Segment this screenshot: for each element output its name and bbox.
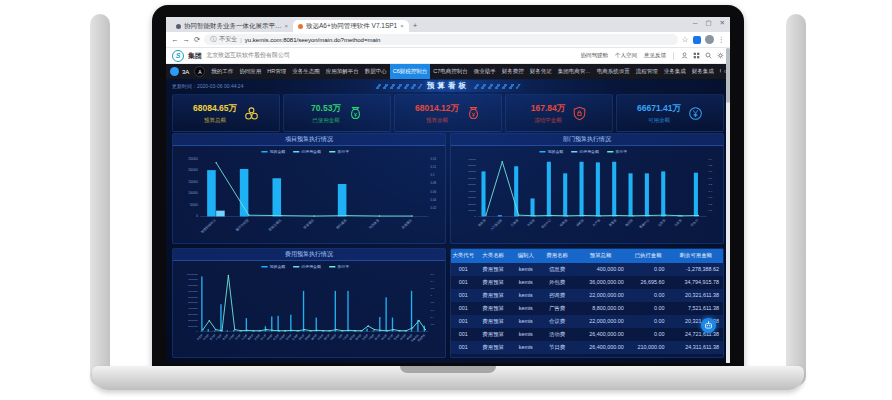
new-tab-button[interactable]: + bbox=[413, 21, 418, 30]
panel-project-budget: 项目预算执行情况 预算金额已使用金额执行率0500001000001500002… bbox=[172, 133, 446, 244]
table-row[interactable]: 001费用预算kemis礼品费66,000,000.000.0064,321,6… bbox=[451, 354, 723, 359]
refresh-icon[interactable]: ⟳ bbox=[194, 35, 200, 44]
table-row[interactable]: 001费用预算kemis咨询费22,000,000.000.0020,321,6… bbox=[451, 289, 723, 302]
scrollbar[interactable] bbox=[726, 47, 730, 363]
table-cell: 64,321,611.38 bbox=[669, 354, 723, 359]
nav-item[interactable]: HR管理 bbox=[264, 64, 289, 79]
browser-tab[interactable]: 致远A6+协同管理软件 V7.1SP1× bbox=[293, 20, 409, 32]
expense-budget-chart: 预算金额已使用金额执行率0100000020000003000000400000… bbox=[173, 261, 445, 358]
table-cell: 0.00 bbox=[628, 263, 669, 276]
nav-item[interactable]: 数据中心 bbox=[362, 64, 390, 79]
app-logo-icon[interactable]: A bbox=[194, 66, 205, 77]
table-cell: 信息费 bbox=[541, 263, 574, 276]
kpi-value: 68014.12万 bbox=[415, 103, 459, 115]
browser-tab[interactable]: 协同智能财务业务一体化展示平…× bbox=[171, 20, 293, 32]
svg-text:0.7: 0.7 bbox=[709, 169, 713, 173]
panel-title: 项目预算执行情况 bbox=[173, 134, 445, 146]
back-icon[interactable]: ← bbox=[171, 35, 179, 44]
svg-text:法务部: 法务部 bbox=[673, 218, 682, 227]
nav-item[interactable]: 电商设置 bbox=[717, 64, 721, 79]
tab-close-icon[interactable]: × bbox=[285, 23, 289, 29]
extension-icon[interactable] bbox=[693, 36, 701, 44]
assistant-button[interactable] bbox=[701, 318, 716, 333]
nav-item[interactable]: 集团电商管… bbox=[555, 64, 594, 79]
panel-expense-budget: 费用预算执行情况 预算金额已使用金额执行率0100000020000003000… bbox=[172, 248, 446, 359]
tab-close-icon[interactable]: × bbox=[400, 23, 404, 29]
svg-text:2000000: 2000000 bbox=[188, 318, 198, 321]
scrollbar-thumb[interactable] bbox=[726, 48, 730, 103]
nav-item[interactable]: 流程管理 bbox=[633, 64, 661, 79]
svg-text:7000000: 7000000 bbox=[188, 289, 198, 292]
svg-text:20000: 20000 bbox=[468, 202, 476, 206]
svg-text:0.14: 0.14 bbox=[431, 157, 437, 161]
table-row[interactable]: 001费用预算kemis广告费8,800,000.000.007,521,611… bbox=[451, 302, 723, 315]
table-cell: 费用预算 bbox=[475, 302, 510, 315]
nav-item[interactable]: 业务生态圈 bbox=[289, 64, 323, 79]
svg-text:执行率: 执行率 bbox=[337, 264, 349, 269]
kpi-text: 70.53万已使用金额 bbox=[311, 103, 341, 124]
nav-item[interactable]: 业务集成 bbox=[661, 64, 689, 79]
nav-item[interactable]: C6财税控制台 bbox=[390, 64, 431, 79]
table-cell: 费用预算 bbox=[475, 263, 510, 276]
header-link[interactable]: 意见反馈 bbox=[644, 52, 666, 59]
table-header-cell: 剩余可用金额 bbox=[669, 249, 723, 263]
svg-text:0: 0 bbox=[196, 215, 198, 219]
nav-item[interactable]: 电商系统设置 bbox=[594, 64, 633, 79]
svg-text:1000000: 1000000 bbox=[188, 324, 198, 327]
url-field[interactable]: ⓘ 不安全 | yu.kemis.com:8081/seeyon/main.do… bbox=[204, 34, 677, 45]
nav-item[interactable]: C7电商控制台 bbox=[430, 64, 471, 79]
kpi-text: 167.84万冻结中金额 bbox=[531, 103, 566, 124]
table-cell: 费用预算 bbox=[475, 328, 510, 341]
svg-text:执行率: 执行率 bbox=[337, 149, 349, 154]
table-row[interactable]: 001费用预算kemis节日费26,400,000.00210,000.0024… bbox=[451, 341, 723, 354]
kpi-value: 66671.41万 bbox=[637, 103, 681, 115]
profile-avatar[interactable] bbox=[705, 35, 714, 44]
header-link[interactable]: 协同驾驶舱 bbox=[581, 52, 609, 59]
forward-icon[interactable]: → bbox=[183, 35, 191, 44]
svg-text:0.6: 0.6 bbox=[431, 308, 435, 311]
url-text: yu.kemis.com:8081/seeyon/main.do?method=… bbox=[245, 37, 381, 43]
nav-item[interactable]: 协同应用 bbox=[236, 64, 264, 79]
kpi-card: 68084.65万预算总额 bbox=[172, 94, 280, 132]
svg-text:0.3: 0.3 bbox=[709, 195, 713, 199]
maximize-button[interactable]: ▢ bbox=[705, 19, 711, 27]
charts-grid: 项目预算执行情况 预算金额已使用金额执行率0500001000001500002… bbox=[172, 133, 724, 358]
minimize-button[interactable]: ─ bbox=[693, 19, 698, 27]
kpi-card: 66671.41万可用余额 bbox=[616, 94, 724, 132]
kpi-card: 70.53万已使用金额 bbox=[283, 94, 391, 132]
header-link[interactable]: 个人空间 bbox=[615, 52, 637, 59]
close-button[interactable]: ✕ bbox=[720, 19, 725, 27]
grid-icon[interactable] bbox=[693, 52, 700, 59]
browser-menu-icon[interactable]: ⋮ bbox=[718, 35, 726, 44]
svg-text:采购部: 采购部 bbox=[575, 218, 584, 227]
app-nav-bar: 3A A 我的工作协同应用HR管理业务生态圈应用加解平台数据中心C6财税控制台C… bbox=[166, 64, 730, 79]
user-icon[interactable] bbox=[681, 52, 688, 59]
svg-text:物流部: 物流部 bbox=[624, 218, 633, 227]
table-cell: 会议费 bbox=[541, 315, 574, 328]
bookmark-star-icon[interactable]: ☆ bbox=[682, 35, 689, 44]
avatar[interactable] bbox=[170, 67, 179, 76]
table-cell: 26,400,000.00 bbox=[573, 328, 627, 341]
nav-item[interactable]: 财务凭证 bbox=[527, 64, 555, 79]
table-cell: 001 bbox=[451, 354, 475, 359]
nav-item[interactable]: 财务费控 bbox=[499, 64, 527, 79]
table-cell: 费用预算 bbox=[475, 354, 510, 359]
laptop-screen: 协同智能财务业务一体化展示平…×致远A6+协同管理软件 V7.1SP1× + ─… bbox=[166, 17, 730, 363]
table-cell: 活动费 bbox=[541, 328, 574, 341]
table-cell: 26,400,000.00 bbox=[573, 341, 627, 354]
kpi-label: 可用余额 bbox=[637, 117, 681, 124]
table-row[interactable]: 001费用预算kemis信息费400,000.000.00-1,278,388.… bbox=[451, 263, 723, 276]
nav-item[interactable]: 我的工作 bbox=[208, 64, 236, 79]
board-title-banner: 预算看板 bbox=[367, 80, 529, 92]
table-row[interactable]: 001费用预算kemis外包费36,000,000.0026,695.6034,… bbox=[451, 276, 723, 289]
search-icon[interactable] bbox=[705, 52, 712, 59]
nav-item[interactable]: 微业助手 bbox=[471, 64, 499, 79]
table-row[interactable]: 001费用预算kemis活动费26,400,000.000.0024,721,6… bbox=[451, 328, 723, 341]
table-row[interactable]: 001费用预算kemis会议费22,000,000.000.0020,321,6… bbox=[451, 315, 723, 328]
svg-text:预算金额: 预算金额 bbox=[270, 149, 286, 154]
panel-department-budget: 部门预算执行情况 预算金额已使用金额执行率0100002000030000400… bbox=[450, 133, 724, 244]
gear-icon[interactable] bbox=[717, 52, 724, 59]
nav-item[interactable]: 应用加解平台 bbox=[323, 64, 362, 79]
svg-text:智慧协同平台: 智慧协同平台 bbox=[200, 218, 217, 234]
nav-item[interactable]: 财务集成 bbox=[689, 64, 717, 79]
